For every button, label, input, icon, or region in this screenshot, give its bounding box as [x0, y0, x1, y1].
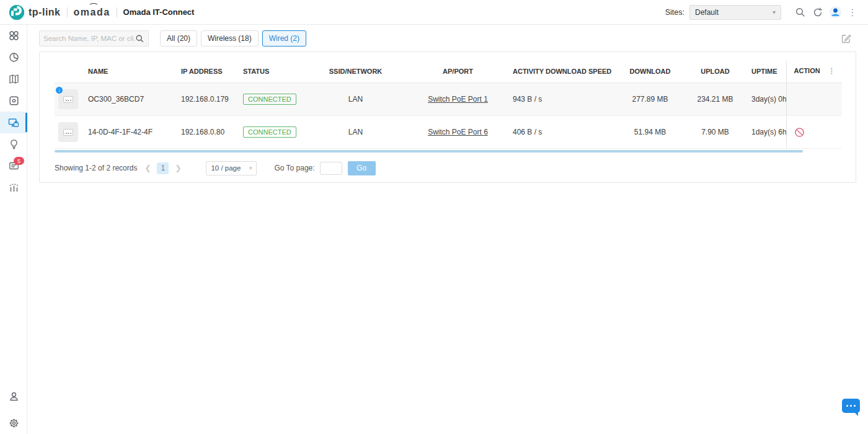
ap-port-link[interactable]: Switch PoE Port 1 — [428, 95, 488, 104]
tab-wireless[interactable]: Wireless (18) — [201, 30, 259, 46]
client-icon-cell — [55, 116, 84, 149]
client-device-icon: ↓ — [58, 89, 78, 109]
chevron-down-icon: ▾ — [249, 165, 252, 171]
tab-all[interactable]: All (20) — [160, 30, 197, 46]
sidebar-item-insights[interactable] — [0, 133, 27, 155]
client-upload: 234.21 MB — [683, 83, 748, 116]
refresh-button[interactable] — [810, 4, 826, 20]
col-icon — [55, 61, 84, 83]
sidebar-item-reports[interactable] — [0, 177, 27, 198]
sidebar-item-statistics[interactable] — [0, 46, 27, 68]
page-size-value: 10 / page — [211, 164, 241, 172]
chevron-down-icon: ▾ — [773, 9, 776, 16]
search-icon — [135, 34, 144, 43]
sidebar-item-settings[interactable] — [0, 412, 27, 434]
top-bar: tp-link omada Omada IT-Connect Sites: De… — [0, 0, 868, 25]
kebab-icon: ⋮ — [848, 7, 857, 18]
person-icon — [8, 391, 20, 402]
goto-page-input[interactable] — [320, 162, 342, 175]
col-upload[interactable]: UPLOAD — [683, 61, 748, 83]
pie-chart-icon — [8, 51, 20, 63]
client-uptime: 1day(s) 6h — [748, 116, 786, 149]
horizontal-scrollbar[interactable] — [55, 150, 803, 153]
sidebar-item-dashboard[interactable] — [0, 25, 27, 46]
tplink-wordmark: tp-link — [29, 7, 61, 18]
brand-area: tp-link omada Omada IT-Connect — [0, 4, 194, 20]
page-number-button[interactable]: 1 — [157, 162, 169, 174]
brand-divider-2 — [117, 7, 117, 17]
edit-icon — [841, 33, 851, 43]
col-status[interactable]: STATUS — [239, 61, 304, 83]
ap-port-link[interactable]: Switch PoE Port 6 — [428, 128, 488, 136]
tplink-logo-icon — [9, 4, 25, 20]
client-name: OC300_36BCD7 — [84, 83, 177, 116]
client-icon-cell: ↓ — [55, 83, 84, 116]
dashboard-icon — [8, 30, 20, 42]
col-ip[interactable]: IP ADDRESS — [177, 61, 239, 83]
client-name: 14-0D-4F-1F-42-4F — [84, 116, 177, 149]
page-size-dropdown[interactable]: 10 / page ▾ — [206, 161, 257, 175]
status-badge: CONNECTED — [243, 94, 296, 105]
client-download: 277.89 MB — [618, 83, 683, 116]
refresh-icon — [812, 7, 823, 18]
more-menu-button[interactable]: ⋮ — [844, 4, 861, 20]
brand-divider — [67, 7, 68, 17]
sidebar-item-account[interactable] — [0, 386, 27, 407]
client-speed: 943 B / s — [509, 83, 618, 116]
sidebar-nav: 5 — [0, 25, 27, 434]
lightbulb-icon — [8, 138, 20, 150]
logs-count-badge: 5 — [14, 157, 24, 165]
col-speed[interactable]: ACTIVITY DOWNLOAD SPEED — [509, 61, 618, 83]
block-client-icon[interactable] — [794, 127, 805, 138]
records-summary: Showing 1-2 of 2 records — [55, 164, 137, 172]
clients-table-card: NAME IP ADDRESS STATUS SSID/NETWORK AP/P… — [39, 51, 856, 183]
clients-table: NAME IP ADDRESS STATUS SSID/NETWORK AP/P… — [55, 61, 842, 149]
col-name[interactable]: NAME — [84, 61, 177, 83]
table-row[interactable]: ↓ OC300_36BCD7 192.168.0.179 CONNECTED L… — [55, 83, 842, 116]
clients-toolbar: All (20) Wireless (18) Wired (2) — [27, 25, 868, 52]
col-ap-port[interactable]: AP/PORT — [407, 61, 509, 83]
client-uptime: 3day(s) 0h — [748, 83, 786, 116]
client-ip: 192.168.0.80 — [177, 116, 239, 149]
next-page-button[interactable]: ❯ — [172, 162, 184, 174]
sidebar-item-map[interactable] — [0, 68, 27, 90]
sidebar-item-devices[interactable] — [0, 90, 27, 112]
table-header-row: NAME IP ADDRESS STATUS SSID/NETWORK AP/P… — [55, 61, 842, 83]
table-row[interactable]: 14-0D-4F-1F-42-4F 192.168.0.80 CONNECTED… — [55, 116, 842, 149]
devices-icon — [8, 95, 20, 107]
col-uptime[interactable]: UPTIME — [748, 61, 786, 83]
search-icon — [795, 7, 806, 18]
site-selected-value: Default — [695, 8, 719, 17]
client-ip: 192.168.0.179 — [177, 83, 239, 116]
account-avatar-button[interactable] — [827, 4, 843, 20]
status-badge: CONNECTED — [243, 126, 296, 138]
client-download: 51.94 MB — [618, 116, 683, 149]
support-chat-button[interactable] — [842, 399, 860, 413]
omada-wordmark: omada — [74, 7, 110, 18]
client-filter-tabs: All (20) Wireless (18) Wired (2) — [160, 30, 310, 46]
controller-badge-icon: ↓ — [55, 86, 63, 94]
gear-icon — [8, 417, 20, 429]
clients-icon — [7, 117, 20, 129]
action-cell — [786, 116, 842, 149]
pagination-bar: Showing 1-2 of 2 records ❮ 1 ❯ 10 / page… — [55, 159, 842, 177]
column-settings-icon[interactable]: ⋮ — [828, 67, 835, 74]
tab-wired[interactable]: Wired (2) — [262, 30, 306, 46]
batch-edit-button[interactable] — [838, 30, 854, 46]
client-search-box[interactable] — [39, 30, 149, 46]
client-device-icon — [58, 122, 78, 142]
global-search-button[interactable] — [792, 4, 808, 20]
sidebar-item-logs[interactable]: 5 — [0, 155, 27, 177]
bar-chart-icon — [8, 182, 20, 193]
map-icon — [8, 73, 20, 85]
prev-page-button[interactable]: ❮ — [142, 162, 153, 174]
client-upload: 7.90 MB — [683, 116, 748, 149]
col-download[interactable]: DOWNLOAD — [618, 61, 683, 83]
client-speed: 406 B / s — [509, 116, 618, 149]
col-network[interactable]: SSID/NETWORK — [304, 61, 407, 83]
go-button[interactable]: Go — [348, 161, 376, 175]
site-selector-dropdown[interactable]: Default ▾ — [689, 5, 781, 20]
client-search-input[interactable] — [43, 35, 135, 42]
client-network: LAN — [304, 116, 407, 149]
sidebar-item-clients[interactable] — [0, 112, 27, 133]
